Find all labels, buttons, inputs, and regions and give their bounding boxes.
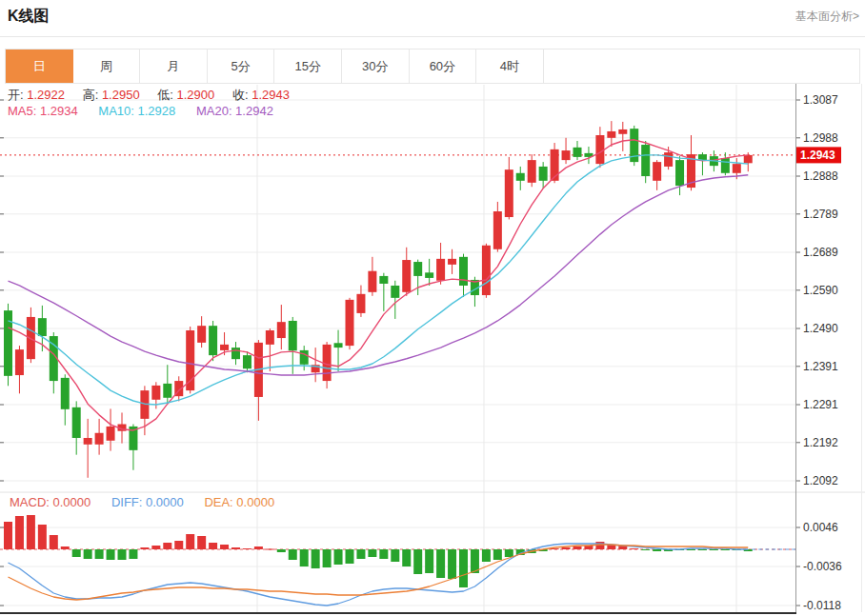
macd-bar [402, 549, 411, 566]
y-axis-label: 1.2092 [803, 474, 838, 487]
macd-bar [266, 549, 274, 550]
candle-body [721, 158, 730, 173]
candle-body [573, 148, 582, 157]
macd-bar [186, 534, 194, 549]
macd-legend-value: MACD: 0.0000 [10, 495, 91, 509]
y-axis-label: 1.2291 [803, 398, 838, 411]
candle-body [300, 350, 309, 365]
candle-body [528, 160, 536, 183]
macd-y-axis-label: -0.0118 [803, 599, 841, 612]
candle-body [641, 145, 650, 176]
low-label: 低: [157, 87, 173, 104]
candle-body [664, 152, 673, 167]
candle-body [551, 149, 559, 181]
candle-body [653, 162, 661, 181]
candle-body [95, 433, 104, 445]
macd-bar [562, 547, 571, 549]
candle-body [539, 167, 548, 181]
high-label: 高: [83, 87, 99, 104]
candle-body [459, 257, 468, 286]
macd-bar [312, 549, 320, 568]
candle-body [482, 246, 491, 295]
macd-bar [630, 548, 638, 549]
candle-body [391, 286, 399, 298]
macd-bar [356, 549, 365, 559]
macd-bar [323, 549, 332, 567]
macd-bar [140, 547, 149, 549]
y-axis-label: 1.3087 [803, 93, 838, 107]
macd-bar [38, 525, 47, 549]
candle-body [413, 262, 422, 276]
candle-body [163, 384, 171, 398]
macd-bar [379, 549, 388, 559]
candle-body [379, 276, 388, 284]
macd-bar [95, 549, 104, 559]
candle-body [448, 259, 456, 265]
macd-bar [368, 549, 376, 557]
diff-legend-value: DIFF: 0.0000 [111, 495, 184, 509]
candle-body [84, 438, 92, 445]
high-value: 1.2950 [102, 88, 140, 102]
candle-body [493, 211, 502, 249]
y-axis-label: 1.2689 [803, 246, 838, 259]
candle-body [346, 300, 354, 346]
macd-bar [482, 549, 491, 562]
price-tag-value: 1.2943 [800, 149, 835, 162]
y-axis-label: 1.2590 [803, 284, 838, 297]
macd-bar [595, 542, 604, 549]
close-label: 收: [232, 87, 249, 104]
candle-body [231, 348, 240, 359]
macd-bar [220, 545, 229, 549]
candle-body [289, 321, 297, 350]
candle-body [744, 155, 753, 163]
candle-body [618, 129, 627, 134]
candle-body [72, 407, 81, 438]
macd-bar [289, 549, 297, 560]
candle-body [15, 349, 24, 375]
macd-bar [163, 543, 171, 549]
candle-body [516, 173, 525, 181]
ma10-line [9, 155, 749, 405]
macd-bar [653, 549, 661, 551]
macd-bar [243, 548, 251, 549]
candle-body [151, 386, 160, 400]
macd-bar [448, 549, 456, 579]
macd-bar [72, 549, 81, 557]
candle-body [436, 259, 445, 281]
ma20-line [9, 175, 749, 375]
macd-bar [118, 549, 127, 560]
macd-bar [493, 549, 502, 560]
open-value: 1.2922 [27, 88, 65, 102]
candle-body [675, 160, 684, 186]
candle-body [402, 260, 411, 292]
macd-bar [459, 549, 468, 587]
candle-body [368, 271, 376, 292]
candle-body [562, 150, 571, 160]
macd-bar [209, 543, 217, 549]
macd-bar [151, 546, 160, 549]
ma-legend: MA5: 1.2934 MA10: 1.2928 MA20: 1.2942 [8, 104, 273, 118]
macd-bar [721, 549, 730, 550]
macd-bar [300, 549, 309, 566]
macd-bar [346, 549, 354, 564]
macd-bar [641, 549, 650, 550]
candle-body [334, 343, 343, 348]
bottom-axis-line [0, 612, 796, 614]
candle-body [733, 164, 741, 173]
candle-body [209, 326, 217, 355]
ma5-legend-value: MA5: 1.2934 [8, 104, 78, 118]
macd-legend: MACD: 0.0000 DIFF: 0.0000 DEA: 0.0000 [10, 495, 274, 509]
candle-body [220, 345, 229, 350]
macd-bar [15, 516, 24, 549]
candle-body [356, 294, 365, 313]
macd-bar [84, 549, 92, 559]
macd-bar [277, 549, 286, 552]
candle-body [266, 330, 274, 345]
kline-app: K线图 基本面分析> 日周月5分15分30分60分4时 1.30871.2988… [0, 0, 865, 616]
macd-bar [129, 549, 137, 559]
candle-body [197, 326, 206, 343]
macd-bar [334, 549, 343, 565]
candle-body [38, 318, 47, 336]
candle-body [107, 427, 115, 441]
macd-bar [197, 536, 206, 549]
